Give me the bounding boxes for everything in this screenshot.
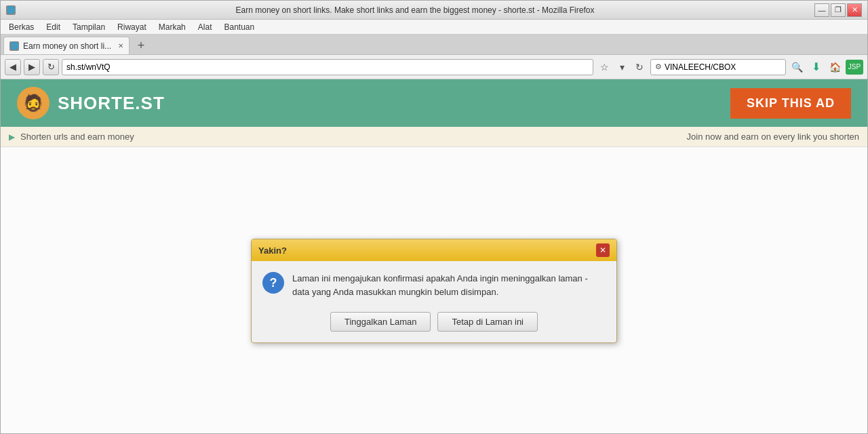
search-text: VINALEECH/CBOX [665, 62, 736, 72]
close-button[interactable]: ✕ [847, 3, 862, 17]
leave-page-button[interactable]: Tinggalkan Laman [330, 312, 431, 332]
active-tab[interactable]: 🌐 Earn money on short li... ✕ [3, 37, 130, 54]
menu-tampilan[interactable]: Tampilan [67, 21, 111, 33]
site-header: 🧔 SHORTE.ST SKIP THIS AD [1, 79, 867, 127]
menu-riwayat[interactable]: Riwayat [112, 21, 152, 33]
title-bar: 🌐 Earn money on short links. Make short … [1, 1, 867, 20]
dialog-question-icon: ? [262, 272, 284, 294]
dialog-buttons: Tinggalkan Laman Tetap di Laman ini [252, 304, 616, 342]
reload-icon[interactable]: ↻ [631, 59, 648, 75]
url-input[interactable]: sh.st/wnVtQ [62, 59, 593, 75]
search-engine-label: ⚙ [655, 62, 662, 71]
back-button[interactable]: ◀ [5, 59, 21, 75]
new-tab-button[interactable]: + [132, 37, 150, 54]
stay-on-page-button[interactable]: Tetap di Laman ini [437, 312, 538, 332]
marquee-bar: ▶ Shorten urls and earn money Join now a… [1, 127, 867, 147]
browser-window: 🌐 Earn money on short links. Make short … [0, 0, 868, 434]
menu-bar: Berkas Edit Tampilan Riwayat Markah Alat… [1, 20, 867, 35]
marquee-left-text: Shorten urls and earn money [20, 132, 134, 142]
refresh-button[interactable]: ↻ [43, 59, 59, 75]
skip-ad-button[interactable]: SKIP THIS AD [730, 88, 851, 119]
logo-emoji: 🧔 [23, 94, 43, 113]
marquee-left: ▶ Shorten urls and earn money [9, 132, 134, 142]
dialog-message: Laman ini mengajukan konfirmasi apakah A… [292, 272, 606, 298]
browser-favicon: 🌐 [6, 5, 16, 15]
search-bar[interactable]: ⚙ VINALEECH/CBOX [650, 59, 786, 75]
url-text: sh.st/wnVtQ [66, 62, 111, 72]
menu-edit[interactable]: Edit [41, 21, 66, 33]
window-controls: — ❐ ✕ [814, 3, 862, 17]
play-icon: ▶ [9, 132, 15, 142]
modal-overlay: Yakin? ✕ ? Laman ini mengajukan konfirma… [1, 147, 867, 433]
address-bar-icons: ☆ ▾ ↻ [596, 59, 648, 75]
menu-berkas[interactable]: Berkas [3, 21, 39, 33]
bookmark-icon[interactable]: ☆ [596, 59, 612, 75]
download-icon[interactable]: ⬇ [808, 59, 824, 75]
dialog-body: ? Laman ini mengajukan konfirmasi apakah… [252, 261, 616, 304]
home-icon[interactable]: 🏠 [827, 59, 843, 75]
site-logo: 🧔 SHORTE.ST [17, 87, 165, 119]
menu-bantuan[interactable]: Bantuan [218, 21, 260, 33]
logo-text: SHORTE.ST [58, 93, 165, 114]
confirmation-dialog: Yakin? ✕ ? Laman ini mengajukan konfirma… [251, 239, 617, 343]
tab-close-button[interactable]: ✕ [118, 42, 123, 50]
restore-button[interactable]: ❐ [831, 3, 846, 17]
logo-icon: 🧔 [17, 87, 50, 119]
dialog-title: Yakin? [258, 245, 287, 256]
dialog-close-button[interactable]: ✕ [596, 243, 610, 257]
extensions-icon[interactable]: JSP [846, 60, 863, 75]
marquee-right-text: Join now and earn on every link you shor… [687, 132, 859, 142]
minimize-button[interactable]: — [814, 3, 829, 17]
menu-alat[interactable]: Alat [193, 21, 218, 33]
menu-markah[interactable]: Markah [153, 21, 191, 33]
window-title: Earn money on short links. Make short li… [16, 5, 814, 15]
bookmark-down-icon[interactable]: ▾ [614, 59, 630, 75]
tab-label: Earn money on short li... [23, 41, 111, 51]
page-content: Yakin? ✕ ? Laman ini mengajukan konfirma… [1, 147, 867, 433]
address-bar: ◀ ▶ ↻ sh.st/wnVtQ ☆ ▾ ↻ ⚙ VINALEECH/CBOX… [1, 55, 867, 79]
forward-button[interactable]: ▶ [24, 59, 40, 75]
tab-favicon: 🌐 [9, 41, 19, 51]
dialog-title-bar: Yakin? ✕ [252, 239, 616, 261]
tab-bar: 🌐 Earn money on short li... ✕ + [1, 35, 867, 55]
search-icon[interactable]: 🔍 [789, 59, 805, 75]
browser-content: 🧔 SHORTE.ST SKIP THIS AD ▶ Shorten urls … [1, 79, 867, 433]
